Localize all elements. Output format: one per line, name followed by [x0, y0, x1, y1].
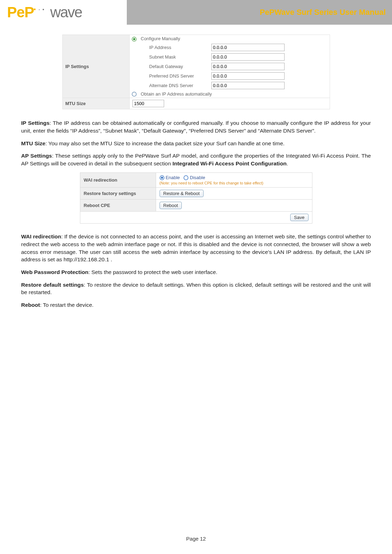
ip-address-label: IP Address — [139, 43, 209, 52]
wai-para-text: : If the device is not connected to an a… — [21, 233, 371, 262]
logo-dots-icon — [34, 5, 46, 11]
logo-area: PeP wave — [7, 0, 127, 25]
preferred-dns-label: Preferred DNS Server — [139, 71, 209, 81]
mtu-label: MTU Size — [62, 98, 129, 109]
paragraph-reboot: Reboot: To restart the device. — [21, 301, 371, 309]
wai-enable-label[interactable]: Enable — [166, 175, 180, 180]
radio-auto-label[interactable]: Obtain an IP Address automatically — [139, 90, 330, 98]
paragraph-restore: Restore default settings: To restore the… — [21, 281, 371, 296]
logo-pep: PeP — [7, 4, 34, 21]
svg-point-1 — [133, 38, 135, 40]
mtu-input[interactable] — [132, 100, 164, 107]
ip-settings-bold: IP Settings — [21, 120, 50, 126]
wai-label: WAI redirection — [80, 172, 156, 188]
wai-para-bold: WAI redirection — [21, 233, 61, 239]
reboot-para-bold: Reboot — [21, 302, 40, 308]
restore-para-bold: Restore default settings — [21, 282, 84, 288]
save-button[interactable]: Save — [290, 214, 309, 221]
ip-settings-table: IP Settings Configure Manually — [62, 35, 330, 109]
default-gateway-label: Default Gateway — [139, 62, 209, 71]
reboot-para-text: : To restart the device. — [40, 302, 93, 308]
subnet-mask-label: Subnet Mask — [139, 52, 209, 62]
mtu-bold: MTU Size — [21, 140, 45, 146]
svg-point-2 — [132, 92, 136, 96]
ip-settings-label: IP Settings — [62, 35, 129, 98]
web-password-text: : Sets the password to protect the web u… — [88, 269, 217, 275]
radio-selected-icon[interactable] — [132, 37, 137, 42]
ip-address-input[interactable] — [211, 44, 285, 51]
wai-disable-radio-icon[interactable] — [183, 175, 188, 180]
radio-manual-label[interactable]: Configure Manually — [139, 35, 330, 43]
web-password-bold: Web Password Protection — [21, 269, 88, 275]
paragraph-wai: WAI redirection: If the device is not co… — [21, 233, 371, 263]
system-table: WAI redirection Enable Disable (Note: yo… — [80, 172, 312, 224]
restore-button[interactable]: Restore & Reboot — [160, 190, 204, 197]
svg-point-5 — [184, 176, 188, 180]
logo-wave: wave — [50, 4, 82, 21]
wai-note: (Note: you need to reboot CPE for this c… — [160, 181, 309, 185]
ap-suffix: . — [287, 160, 288, 166]
ap-bold2: Integrated Wi-Fi Access Point Configurat… — [173, 160, 287, 166]
paragraph-mtu: MTU Size: You may also set the MTU Size … — [21, 140, 371, 147]
page-footer: Page 12 — [0, 536, 392, 542]
radio-unselected-icon[interactable] — [132, 92, 137, 97]
ap-bold: AP Settings — [21, 153, 52, 159]
restore-label: Restore factory settings — [80, 188, 156, 200]
alternate-dns-label: Alternate DNS Server — [139, 81, 209, 90]
header-title: PePWave Surf Series User Manual — [260, 8, 386, 17]
paragraph-ip-settings: IP Settings: The IP address can be obtai… — [21, 119, 371, 134]
paragraph-ap: AP Settings: These settings apply only t… — [21, 152, 371, 167]
reboot-label: Reboot CPE — [80, 200, 156, 212]
reboot-button[interactable]: Reboot — [160, 202, 182, 209]
preferred-dns-input[interactable] — [211, 72, 285, 80]
wai-enable-radio-icon[interactable] — [160, 175, 164, 180]
alternate-dns-input[interactable] — [211, 82, 285, 89]
default-gateway-input[interactable] — [211, 63, 285, 70]
ip-settings-text: : The IP address can be obtained automat… — [21, 120, 371, 134]
subnet-mask-input[interactable] — [211, 53, 285, 61]
mtu-text: : You may also set the MTU Size to incre… — [45, 140, 285, 146]
header-bar: PeP wave PePWave Surf Series User Manual — [0, 0, 392, 25]
paragraph-web-password: Web Password Protection: Sets the passwo… — [21, 268, 371, 276]
svg-point-4 — [161, 177, 163, 179]
header-grey-area: PePWave Surf Series User Manual — [127, 0, 392, 25]
wai-disable-label[interactable]: Disable — [190, 175, 205, 180]
